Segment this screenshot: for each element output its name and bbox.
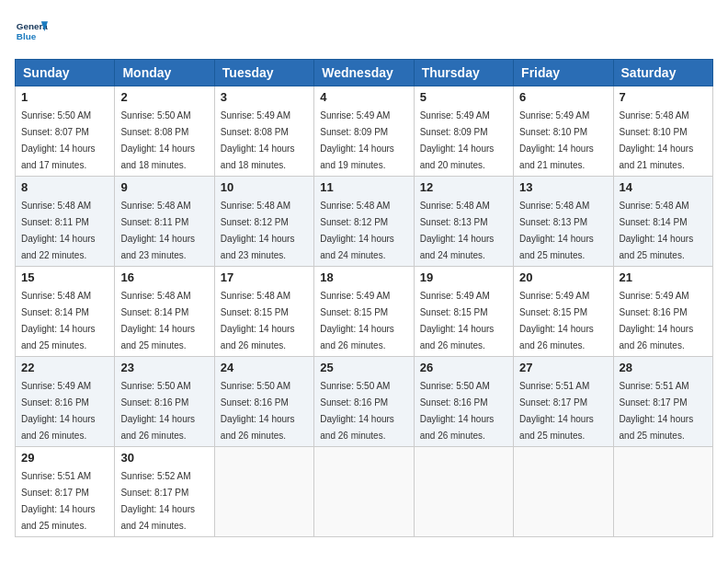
day-number: 3	[221, 90, 308, 104]
calendar-week: 29 Sunrise: 5:51 AMSunset: 8:17 PMDaylig…	[16, 447, 713, 537]
calendar-cell: 27 Sunrise: 5:51 AMSunset: 8:17 PMDaylig…	[514, 357, 613, 447]
day-number: 29	[21, 451, 108, 465]
calendar-cell	[314, 447, 414, 537]
weekday-header-cell: Wednesday	[314, 60, 414, 86]
cell-info: Sunrise: 5:52 AMSunset: 8:17 PMDaylight:…	[120, 471, 195, 531]
cell-info: Sunrise: 5:48 AMSunset: 8:13 PMDaylight:…	[420, 201, 495, 260]
calendar-cell: 28 Sunrise: 5:51 AMSunset: 8:17 PMDaylig…	[613, 357, 712, 447]
cell-info: Sunrise: 5:51 AMSunset: 8:17 PMDaylight:…	[21, 471, 96, 531]
logo: General Blue	[15, 15, 48, 48]
calendar-cell: 19 Sunrise: 5:49 AMSunset: 8:15 PMDaylig…	[414, 267, 513, 357]
day-number: 22	[21, 361, 108, 374]
calendar-week: 8 Sunrise: 5:48 AMSunset: 8:11 PMDayligh…	[16, 177, 713, 267]
weekday-header-cell: Tuesday	[214, 60, 313, 86]
cell-info: Sunrise: 5:49 AMSunset: 8:16 PMDaylight:…	[21, 381, 96, 441]
day-number: 18	[320, 270, 407, 284]
day-number: 7	[620, 90, 707, 104]
calendar-cell: 7 Sunrise: 5:48 AMSunset: 8:10 PMDayligh…	[613, 86, 712, 177]
day-number: 12	[420, 180, 507, 194]
cell-info: Sunrise: 5:50 AMSunset: 8:16 PMDaylight:…	[120, 381, 195, 441]
calendar-cell: 18 Sunrise: 5:49 AMSunset: 8:15 PMDaylig…	[314, 267, 414, 357]
cell-info: Sunrise: 5:48 AMSunset: 8:11 PMDaylight:…	[120, 201, 195, 260]
svg-text:Blue: Blue	[17, 31, 37, 41]
cell-info: Sunrise: 5:51 AMSunset: 8:17 PMDaylight:…	[620, 381, 694, 441]
day-number: 16	[120, 270, 208, 284]
day-number: 2	[120, 90, 208, 104]
day-number: 1	[21, 90, 108, 104]
day-number: 21	[620, 270, 707, 284]
calendar-cell: 16 Sunrise: 5:48 AMSunset: 8:14 PMDaylig…	[115, 267, 214, 357]
day-number: 11	[320, 180, 407, 194]
calendar-cell: 23 Sunrise: 5:50 AMSunset: 8:16 PMDaylig…	[115, 357, 214, 447]
day-number: 14	[620, 180, 707, 194]
day-number: 13	[519, 180, 607, 194]
day-number: 5	[420, 90, 507, 104]
calendar-cell: 24 Sunrise: 5:50 AMSunset: 8:16 PMDaylig…	[214, 357, 313, 447]
calendar-week: 22 Sunrise: 5:49 AMSunset: 8:16 PMDaylig…	[16, 357, 713, 447]
calendar-cell: 20 Sunrise: 5:49 AMSunset: 8:15 PMDaylig…	[514, 267, 613, 357]
calendar-cell: 9 Sunrise: 5:48 AMSunset: 8:11 PMDayligh…	[115, 177, 214, 267]
calendar-cell	[613, 447, 712, 537]
weekday-header-cell: Monday	[115, 60, 214, 86]
cell-info: Sunrise: 5:48 AMSunset: 8:15 PMDaylight:…	[221, 291, 295, 350]
calendar-week: 1 Sunrise: 5:50 AMSunset: 8:07 PMDayligh…	[16, 86, 713, 177]
calendar-cell	[514, 447, 613, 537]
logo-icon: General Blue	[15, 15, 48, 48]
weekday-header-cell: Thursday	[414, 60, 513, 86]
cell-info: Sunrise: 5:50 AMSunset: 8:07 PMDaylight:…	[21, 110, 96, 170]
calendar-cell: 1 Sunrise: 5:50 AMSunset: 8:07 PMDayligh…	[16, 86, 115, 177]
calendar-cell: 3 Sunrise: 5:49 AMSunset: 8:08 PMDayligh…	[214, 86, 313, 177]
cell-info: Sunrise: 5:48 AMSunset: 8:13 PMDaylight:…	[519, 201, 594, 260]
calendar-cell: 21 Sunrise: 5:49 AMSunset: 8:16 PMDaylig…	[613, 267, 712, 357]
day-number: 20	[519, 270, 607, 284]
cell-info: Sunrise: 5:49 AMSunset: 8:10 PMDaylight:…	[519, 110, 594, 170]
day-number: 4	[320, 90, 407, 104]
calendar-body: 1 Sunrise: 5:50 AMSunset: 8:07 PMDayligh…	[16, 86, 713, 537]
calendar-cell: 30 Sunrise: 5:52 AMSunset: 8:17 PMDaylig…	[115, 447, 214, 537]
day-number: 17	[221, 270, 308, 284]
day-number: 9	[120, 180, 208, 194]
cell-info: Sunrise: 5:49 AMSunset: 8:15 PMDaylight:…	[320, 291, 394, 350]
cell-info: Sunrise: 5:49 AMSunset: 8:09 PMDaylight:…	[420, 110, 495, 170]
calendar-week: 15 Sunrise: 5:48 AMSunset: 8:14 PMDaylig…	[16, 267, 713, 357]
day-number: 28	[620, 361, 707, 374]
calendar-cell: 26 Sunrise: 5:50 AMSunset: 8:16 PMDaylig…	[414, 357, 513, 447]
weekday-header-cell: Sunday	[16, 60, 115, 86]
day-number: 25	[320, 361, 407, 374]
calendar-cell: 29 Sunrise: 5:51 AMSunset: 8:17 PMDaylig…	[16, 447, 115, 537]
cell-info: Sunrise: 5:49 AMSunset: 8:16 PMDaylight:…	[620, 291, 694, 350]
calendar-cell: 2 Sunrise: 5:50 AMSunset: 8:08 PMDayligh…	[115, 86, 214, 177]
cell-info: Sunrise: 5:49 AMSunset: 8:15 PMDaylight:…	[420, 291, 495, 350]
calendar-cell: 13 Sunrise: 5:48 AMSunset: 8:13 PMDaylig…	[514, 177, 613, 267]
cell-info: Sunrise: 5:48 AMSunset: 8:12 PMDaylight:…	[221, 201, 295, 260]
cell-info: Sunrise: 5:50 AMSunset: 8:16 PMDaylight:…	[221, 381, 295, 441]
calendar-cell: 14 Sunrise: 5:48 AMSunset: 8:14 PMDaylig…	[613, 177, 712, 267]
calendar-cell: 12 Sunrise: 5:48 AMSunset: 8:13 PMDaylig…	[414, 177, 513, 267]
calendar-cell: 11 Sunrise: 5:48 AMSunset: 8:12 PMDaylig…	[314, 177, 414, 267]
day-number: 19	[420, 270, 507, 284]
cell-info: Sunrise: 5:48 AMSunset: 8:14 PMDaylight:…	[21, 291, 96, 350]
weekday-header-cell: Saturday	[613, 60, 712, 86]
calendar-cell: 4 Sunrise: 5:49 AMSunset: 8:09 PMDayligh…	[314, 86, 414, 177]
cell-info: Sunrise: 5:48 AMSunset: 8:14 PMDaylight:…	[620, 201, 694, 260]
day-number: 30	[120, 451, 208, 465]
cell-info: Sunrise: 5:49 AMSunset: 8:15 PMDaylight:…	[519, 291, 594, 350]
cell-info: Sunrise: 5:50 AMSunset: 8:16 PMDaylight:…	[420, 381, 495, 441]
calendar-cell: 22 Sunrise: 5:49 AMSunset: 8:16 PMDaylig…	[16, 357, 115, 447]
cell-info: Sunrise: 5:51 AMSunset: 8:17 PMDaylight:…	[519, 381, 594, 441]
calendar-cell: 8 Sunrise: 5:48 AMSunset: 8:11 PMDayligh…	[16, 177, 115, 267]
day-number: 10	[221, 180, 308, 194]
calendar: SundayMondayTuesdayWednesdayThursdayFrid…	[15, 59, 713, 537]
calendar-cell: 25 Sunrise: 5:50 AMSunset: 8:16 PMDaylig…	[314, 357, 414, 447]
day-number: 27	[519, 361, 607, 374]
day-number: 23	[120, 361, 208, 374]
day-number: 6	[519, 90, 607, 104]
cell-info: Sunrise: 5:50 AMSunset: 8:16 PMDaylight:…	[320, 381, 394, 441]
cell-info: Sunrise: 5:50 AMSunset: 8:08 PMDaylight:…	[120, 110, 195, 170]
weekday-header: SundayMondayTuesdayWednesdayThursdayFrid…	[16, 60, 713, 86]
cell-info: Sunrise: 5:48 AMSunset: 8:14 PMDaylight:…	[120, 291, 195, 350]
calendar-cell: 6 Sunrise: 5:49 AMSunset: 8:10 PMDayligh…	[514, 86, 613, 177]
calendar-cell: 10 Sunrise: 5:48 AMSunset: 8:12 PMDaylig…	[214, 177, 313, 267]
cell-info: Sunrise: 5:49 AMSunset: 8:09 PMDaylight:…	[320, 110, 394, 170]
cell-info: Sunrise: 5:49 AMSunset: 8:08 PMDaylight:…	[221, 110, 295, 170]
